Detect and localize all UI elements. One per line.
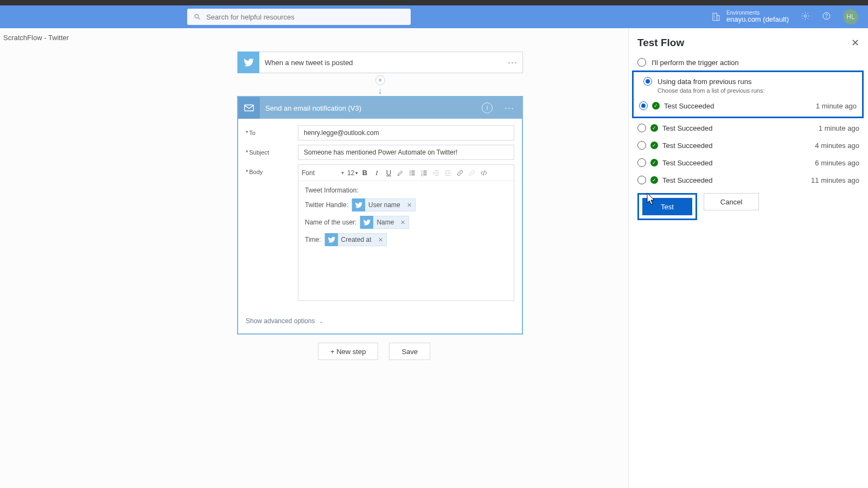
building-icon xyxy=(711,12,721,22)
size-dropdown[interactable]: 12▾ xyxy=(347,169,358,177)
radio-icon xyxy=(637,124,646,132)
chevron-down-icon: ⌄ xyxy=(319,318,323,324)
global-search[interactable] xyxy=(187,9,411,25)
search-input[interactable] xyxy=(206,13,404,21)
save-button[interactable]: Save xyxy=(389,343,430,360)
success-icon: ✓ xyxy=(650,159,658,166)
chevron-down-icon: ▾ xyxy=(341,170,344,176)
mail-connector-icon xyxy=(238,97,260,119)
bullet-list-icon xyxy=(409,169,416,177)
svg-point-0 xyxy=(195,15,199,18)
new-step-button[interactable]: + New step xyxy=(318,343,378,360)
code-view-button[interactable] xyxy=(478,168,489,178)
radio-icon xyxy=(637,141,646,150)
test-flow-panel: Test Flow ✕ I'll perform the trigger act… xyxy=(628,28,868,488)
rte-content[interactable]: Tweet Information: Twitter Handle: User … xyxy=(298,181,514,300)
run-row[interactable]: ✓ Test Succeeded 4 minutes ago xyxy=(633,137,864,154)
add-step-button[interactable]: + xyxy=(375,75,385,85)
run-row[interactable]: ✓ Test Succeeded 6 minutes ago xyxy=(633,154,864,171)
font-dropdown[interactable]: Font▾ xyxy=(302,169,346,177)
unlink-button[interactable] xyxy=(467,168,477,178)
radio-icon xyxy=(637,158,646,167)
test-button[interactable]: Test xyxy=(642,198,692,215)
bullet-list-button[interactable] xyxy=(407,168,418,178)
link-button[interactable] xyxy=(455,168,465,178)
rte-toolbar: Font▾ 12▾ B I U 123 xyxy=(298,165,514,181)
settings-button[interactable] xyxy=(801,11,810,23)
radio-icon xyxy=(637,176,646,184)
to-input[interactable] xyxy=(298,125,514,140)
svg-point-7 xyxy=(804,15,806,17)
cancel-button[interactable]: Cancel xyxy=(704,193,759,210)
user-avatar[interactable]: HL xyxy=(843,9,858,24)
line2-label: Name of the user: xyxy=(305,219,356,226)
to-label: To xyxy=(249,130,256,136)
help-icon xyxy=(822,11,831,21)
color-button[interactable] xyxy=(395,168,406,178)
action-title: Send an email notification (V3) xyxy=(260,104,482,112)
line3-label: Time: xyxy=(305,236,321,243)
help-button[interactable] xyxy=(822,11,831,23)
radio-icon xyxy=(637,58,646,67)
success-icon: ✓ xyxy=(650,142,658,149)
number-list-icon: 123 xyxy=(420,169,428,177)
twitter-icon xyxy=(362,218,371,227)
outdent-button[interactable] xyxy=(431,168,442,178)
subject-input[interactable] xyxy=(298,145,514,160)
link-icon xyxy=(456,169,464,177)
twitter-connector-icon xyxy=(238,52,259,73)
number-list-button[interactable]: 123 xyxy=(419,168,430,178)
remove-token-button[interactable]: ✕ xyxy=(404,202,415,209)
success-icon: ✓ xyxy=(650,124,658,132)
body-heading: Tweet Information: xyxy=(305,187,507,194)
underline-button[interactable]: U xyxy=(383,168,394,178)
option-manual-trigger[interactable]: I'll perform the trigger action xyxy=(629,55,868,69)
outdent-icon xyxy=(432,169,440,177)
env-label: Environments xyxy=(726,10,789,16)
trigger-title: When a new tweet is posted xyxy=(259,59,503,67)
indent-button[interactable] xyxy=(443,168,454,178)
twitter-icon xyxy=(327,235,336,244)
subject-label: Subject xyxy=(249,149,269,156)
action-card: Send an email notification (V3) i ··· *T… xyxy=(237,96,523,335)
body-label: Body xyxy=(249,169,263,175)
chevron-down-icon: ▾ xyxy=(355,170,358,176)
radio-icon xyxy=(639,101,648,110)
italic-button[interactable]: I xyxy=(371,168,382,178)
action-header[interactable]: Send an email notification (V3) i ··· xyxy=(238,97,522,119)
remove-token-button[interactable]: ✕ xyxy=(375,236,386,243)
code-icon xyxy=(480,169,488,177)
remove-token-button[interactable]: ✕ xyxy=(397,219,409,226)
option-previous-subtitle: Choose data from a list of previous runs… xyxy=(635,87,861,94)
test-button-highlight: Test xyxy=(637,193,697,220)
run-row[interactable]: ✓ Test Succeeded 11 minutes ago xyxy=(633,171,864,189)
body-editor[interactable]: Font▾ 12▾ B I U 123 xyxy=(298,164,514,301)
svg-text:3: 3 xyxy=(422,174,423,176)
token-createdat[interactable]: Created at ✕ xyxy=(324,233,387,246)
svg-point-13 xyxy=(410,174,411,175)
option-previous-runs[interactable]: Using data from previous runs xyxy=(635,74,861,88)
twitter-icon xyxy=(354,201,363,209)
action-more-button[interactable]: ··· xyxy=(497,102,522,114)
info-icon[interactable]: i xyxy=(482,102,493,113)
svg-point-11 xyxy=(410,170,411,171)
search-icon xyxy=(194,13,201,21)
token-username[interactable]: User name ✕ xyxy=(352,198,416,211)
success-icon: ✓ xyxy=(652,102,660,110)
run-row[interactable]: ✓ Test Succeeded 1 minute ago xyxy=(633,119,864,137)
run-row[interactable]: ✓ Test Succeeded 1 minute ago xyxy=(635,97,861,114)
trigger-card[interactable]: When a new tweet is posted ··· xyxy=(237,52,523,73)
token-name[interactable]: Name ✕ xyxy=(360,216,409,229)
arrow-down-icon: ↓ xyxy=(378,86,382,96)
panel-title: Test Flow xyxy=(637,37,684,49)
env-value: enayu.com (default) xyxy=(726,16,789,23)
environment-picker[interactable]: Environments enayu.com (default) xyxy=(711,10,789,23)
show-advanced-toggle[interactable]: Show advanced options ⌄ xyxy=(238,310,522,333)
svg-rect-3 xyxy=(717,16,720,21)
svg-line-1 xyxy=(198,18,200,20)
bold-button[interactable]: B xyxy=(359,168,370,178)
unlink-icon xyxy=(468,169,476,177)
trigger-more-button[interactable]: ··· xyxy=(503,57,522,68)
svg-point-12 xyxy=(410,172,411,174)
close-panel-button[interactable]: ✕ xyxy=(851,37,859,49)
